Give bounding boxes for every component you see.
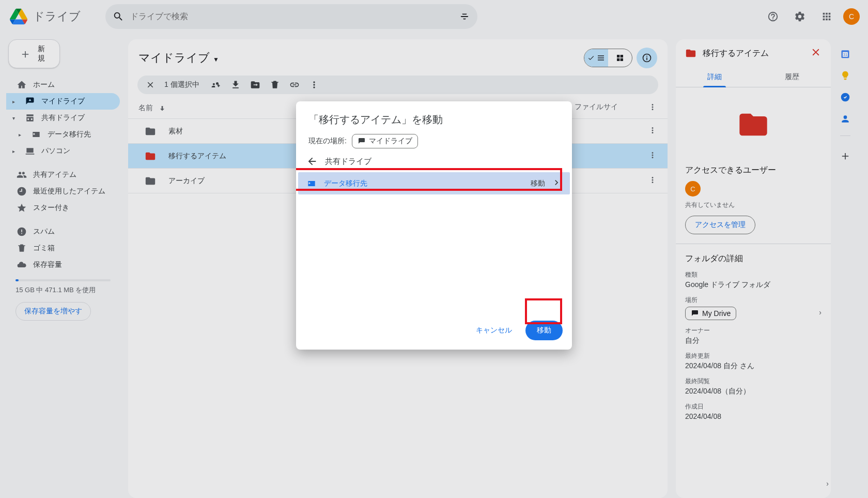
modal-scrim[interactable]: 「移行するアイテム」を移動 現在の場所: マイドライブ 共有ドライブ データ移行… <box>0 0 868 498</box>
dialog-breadcrumb: 共有ドライブ <box>325 157 371 167</box>
shared-drive-icon <box>306 178 317 189</box>
back-arrow-icon[interactable] <box>306 156 318 167</box>
cancel-button[interactable]: キャンセル <box>469 321 519 340</box>
chevron-right-icon[interactable] <box>551 177 562 189</box>
move-confirm-button[interactable]: 移動 <box>525 321 563 340</box>
dialog-title: 「移行するアイテム」を移動 <box>308 113 560 127</box>
move-dialog: 「移行するアイテム」を移動 現在の場所: マイドライブ 共有ドライブ データ移行… <box>296 101 572 350</box>
current-location-label: 現在の場所: <box>308 137 347 146</box>
destination-name: データ移行先 <box>324 179 367 188</box>
row-move-label: 移動 <box>531 179 545 188</box>
destination-row[interactable]: データ移行先 移動 <box>298 172 570 194</box>
current-location-chip[interactable]: マイドライブ <box>352 134 418 148</box>
